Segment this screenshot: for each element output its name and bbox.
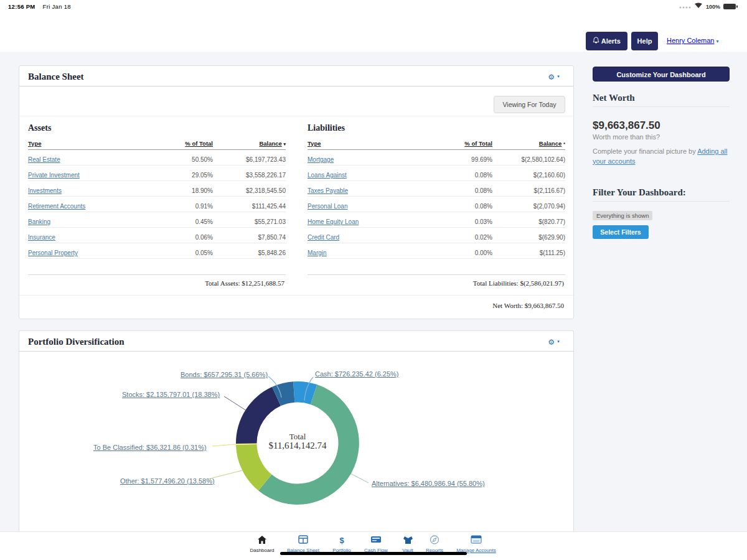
svg-text:$: $: [340, 536, 345, 545]
svg-text:100%: 100%: [706, 4, 720, 10]
